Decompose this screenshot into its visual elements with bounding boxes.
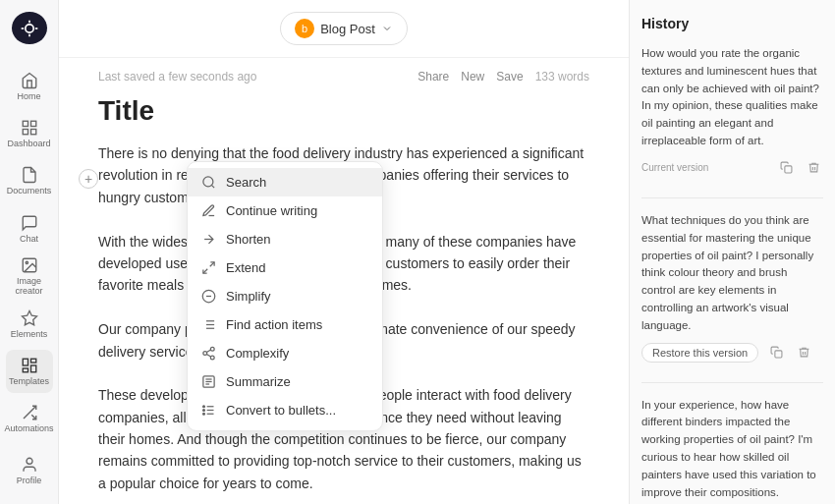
history-copy-button-1[interactable] [776,158,796,178]
shorten-icon [201,232,216,247]
sidebar-item-image-creator-label: Image creator [6,276,53,296]
restore-button-2[interactable]: Restore this version [641,343,758,363]
context-menu-bullets-label: Convert to bullets... [226,403,336,418]
sidebar-item-documents[interactable]: Documents [6,159,53,202]
current-version-label: Current version [641,162,768,173]
context-menu-continue-label: Continue writing [226,203,317,218]
copy-icon [780,161,793,174]
save-status: Last saved a few seconds ago [98,70,256,84]
context-menu-item-simplify[interactable]: Simplify [188,282,382,310]
svg-point-33 [203,352,207,356]
history-divider-2 [641,382,823,383]
sidebar-item-chat-label: Chat [20,234,38,244]
add-block-button[interactable]: + [79,169,98,189]
svg-rect-8 [30,129,35,134]
history-entry-2-actions: Restore this version [641,343,823,363]
doc-type-icon: b [295,19,314,38]
context-menu-extend-label: Extend [226,260,265,275]
chevron-down-icon [381,23,393,34]
history-entry-2-text: What techniques do you think are essenti… [641,212,823,335]
svg-line-20 [211,185,214,188]
history-delete-button-2[interactable] [794,343,813,363]
topbar: b Blog Post [59,0,629,58]
svg-line-22 [210,262,214,266]
history-entry-3-text: In your experience, how have different b… [641,397,823,502]
context-menu-complexify-label: Complexify [226,346,289,361]
history-copy-button-2[interactable] [766,343,786,363]
svg-rect-15 [23,368,28,372]
sidebar-item-chat[interactable]: Chat [6,207,53,251]
sidebar-item-image-creator[interactable]: Image creator [6,254,53,298]
sidebar-item-documents-label: Documents [7,186,52,196]
word-count: 133 words [535,70,589,84]
save-button[interactable]: Save [496,70,523,84]
history-title: History [641,16,823,31]
bullets-icon [201,403,216,418]
sidebar-item-templates[interactable]: Templates [6,350,53,393]
sidebar-item-profile[interactable]: Profile [6,449,53,492]
svg-rect-13 [30,359,35,363]
history-entry-1-actions: Current version [641,158,823,178]
svg-rect-7 [23,129,28,134]
trash-icon-2 [798,346,810,359]
history-entry-2: What techniques do you think are essenti… [641,212,823,363]
svg-rect-48 [775,351,782,358]
svg-point-32 [210,347,214,351]
context-menu-simplify-label: Simplify [226,289,271,304]
context-menu-item-shorten[interactable]: Shorten [188,225,382,253]
context-menu-item-convert-bullets[interactable]: Convert to bullets... [188,396,382,424]
svg-point-46 [203,413,205,415]
context-menu-item-search[interactable]: Search [188,168,382,196]
context-menu-item-extend[interactable]: Extend [188,253,382,282]
context-menu-item-continue-writing[interactable]: Continue writing [188,196,382,225]
app-logo[interactable] [12,12,47,44]
history-panel: History How would you rate the organic t… [629,0,835,504]
context-menu-item-complexify[interactable]: Complexify [188,339,382,367]
search-icon [201,175,216,190]
sidebar-item-dashboard-label: Dashboard [7,139,50,148]
share-button[interactable]: Share [418,70,449,84]
svg-point-10 [26,261,28,263]
svg-rect-5 [23,121,28,126]
svg-point-19 [203,177,213,187]
context-menu-item-summarize[interactable]: Summarize [188,367,382,396]
summarize-icon [201,374,216,389]
sidebar-item-elements[interactable]: Elements [6,302,53,345]
svg-point-0 [25,24,32,31]
new-button[interactable]: New [461,70,484,84]
svg-marker-11 [22,310,36,324]
context-menu-find-action-label: Find action items [226,317,322,332]
doc-type-label: Blog Post [320,22,375,36]
sidebar: Home Dashboard Documents Chat Image crea… [0,0,59,504]
sidebar-item-automations[interactable]: Automations [6,397,53,440]
sidebar-item-automations-label: Automations [4,423,53,433]
sidebar-item-profile-label: Profile [17,476,42,485]
sidebar-item-home-label: Home [17,91,40,101]
editor-meta: Last saved a few seconds ago Share New S… [98,58,589,87]
svg-point-44 [203,406,205,408]
editor-actions: Share New Save 133 words [418,70,589,84]
context-menu-search-label: Search [226,175,266,190]
svg-rect-14 [30,365,35,372]
context-menu-shorten-label: Shorten [226,232,271,247]
svg-line-35 [206,354,210,356]
editor-title[interactable]: Title [98,87,589,142]
svg-line-36 [206,350,210,352]
doc-type-button[interactable]: b Blog Post [280,12,408,45]
main-content: b Blog Post Last saved a few seconds ago… [59,0,629,504]
pencil-icon [201,203,216,218]
copy-icon-2 [770,346,783,359]
sidebar-item-templates-label: Templates [9,376,49,386]
history-divider-1 [641,197,823,198]
history-entry-1: How would you rate the organic textures … [641,45,823,178]
list-icon [201,317,216,332]
sidebar-item-elements-label: Elements [11,329,48,339]
simplify-icon [201,289,216,304]
complexify-icon [201,346,216,361]
sidebar-item-dashboard[interactable]: Dashboard [6,112,53,155]
history-delete-button-1[interactable] [804,158,823,178]
sidebar-item-home[interactable]: Home [6,64,53,107]
svg-point-45 [203,410,205,412]
extend-icon [201,260,216,275]
context-menu-item-find-action[interactable]: Find action items [188,310,382,339]
